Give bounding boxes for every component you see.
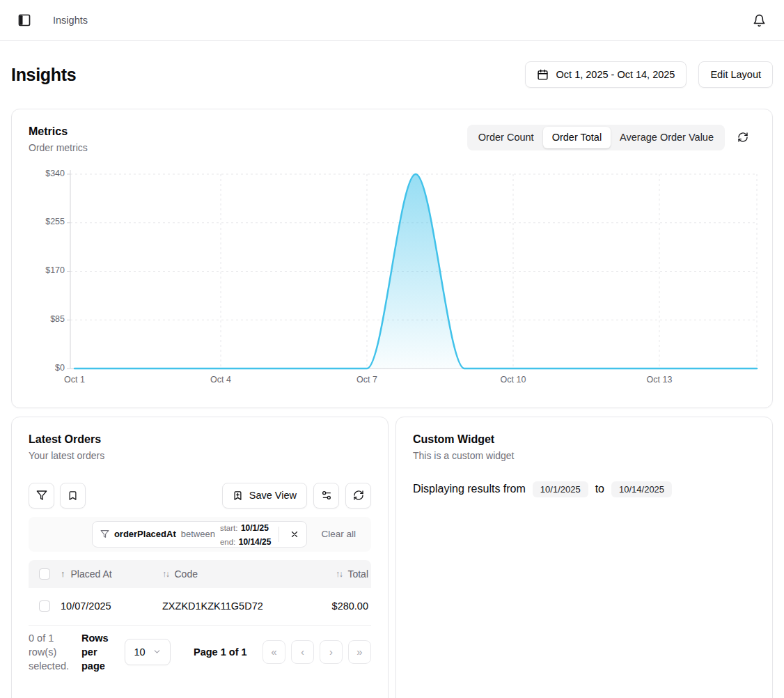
page-info: Page 1 of 1 xyxy=(194,646,247,658)
table-header-row: ↑ Placed At ↑↓ Code ↑↓ Total xyxy=(29,560,371,588)
saved-views-button[interactable] xyxy=(60,483,86,509)
row-checkbox-cell xyxy=(29,600,61,612)
select-all-checkbox[interactable] xyxy=(39,568,50,580)
refresh-icon xyxy=(737,132,748,143)
sort-icon: ↑↓ xyxy=(336,569,343,579)
filter-range-start: start: 10/1/25 xyxy=(220,520,272,534)
bookmark-icon xyxy=(68,490,78,501)
tab-average-order-value[interactable]: Average Order Value xyxy=(611,127,723,148)
metrics-card-header: Metrics Order metrics Order Count Order … xyxy=(29,125,755,154)
refresh-metrics-button[interactable] xyxy=(730,125,755,150)
y-axis-tick-label: $340 xyxy=(29,169,65,178)
page-header: Insights Oct 1, 2025 - Oct 14, 2025 Edit… xyxy=(11,53,773,97)
x-axis-tick-label: Oct 7 xyxy=(356,375,377,385)
area-fill xyxy=(75,174,757,369)
breadcrumb[interactable]: Insights xyxy=(53,15,88,26)
funnel-icon xyxy=(100,529,109,538)
column-header-placed-at[interactable]: ↑ Placed At xyxy=(61,568,162,580)
latest-orders-title: Latest Orders xyxy=(29,433,371,447)
custom-widget-title: Custom Widget xyxy=(413,433,755,447)
custom-widget-card: Custom Widget This is a custom widget Di… xyxy=(395,417,773,698)
date-range-button[interactable]: Oct 1, 2025 - Oct 14, 2025 xyxy=(525,61,687,88)
latest-orders-card: Latest Orders Your latest orders xyxy=(11,417,389,698)
orders-toolbar: Save View xyxy=(29,483,371,509)
to-word: to xyxy=(595,483,604,495)
close-icon xyxy=(290,529,299,539)
next-page-button[interactable]: › xyxy=(320,640,343,664)
column-header-code[interactable]: ↑↓ Code xyxy=(162,568,297,580)
metrics-controls: Order Count Order Total Average Order Va… xyxy=(467,125,755,150)
latest-orders-subtitle: Your latest orders xyxy=(29,449,371,462)
row-checkbox[interactable] xyxy=(39,600,50,612)
cell-total: $280.00 xyxy=(297,600,371,612)
chip-divider xyxy=(279,527,279,542)
panel-left-icon xyxy=(17,13,31,27)
save-view-label: Save View xyxy=(249,490,297,501)
sliders-icon xyxy=(321,490,332,501)
column-label: Placed At xyxy=(71,568,112,580)
filter-range-end: end: 10/14/25 xyxy=(220,534,272,548)
filter-chip-order-placed-at: orderPlacedAt between start: 10/1/25 end… xyxy=(92,521,308,548)
clear-all-filters-button[interactable]: Clear all xyxy=(311,523,366,545)
sort-ascending-icon: ↑ xyxy=(61,568,65,579)
to-date-chip: 10/14/2025 xyxy=(611,481,672,497)
sort-icon: ↑↓ xyxy=(162,569,169,579)
table-settings-button[interactable] xyxy=(313,483,339,509)
x-axis-tick-label: Oct 1 xyxy=(64,375,85,385)
page-title: Insights xyxy=(11,65,76,85)
last-page-button[interactable]: » xyxy=(348,640,371,664)
previous-page-button[interactable]: ‹ xyxy=(291,640,314,664)
sidebar-toggle-button[interactable] xyxy=(14,10,35,31)
refresh-orders-button[interactable] xyxy=(345,483,371,509)
widget-results-line: Displaying results from 10/1/2025 to 10/… xyxy=(413,481,755,497)
tab-order-total[interactable]: Order Total xyxy=(543,127,611,148)
y-axis-tick-label: $255 xyxy=(29,217,65,226)
y-axis-tick-label: $85 xyxy=(29,314,65,324)
table-footer: 0 of 1 row(s) selected. Rows per page 10… xyxy=(29,631,371,674)
metric-tabs: Order Count Order Total Average Order Va… xyxy=(467,125,725,150)
first-page-button[interactable]: « xyxy=(262,640,285,664)
page-size-value: 10 xyxy=(134,646,145,658)
header-checkbox-cell xyxy=(29,568,61,580)
from-date-chip: 10/1/2025 xyxy=(533,481,588,497)
filter-field[interactable]: orderPlacedAt xyxy=(114,529,176,539)
remove-filter-button[interactable] xyxy=(284,524,305,545)
filter-operator[interactable]: between xyxy=(181,529,215,539)
y-axis-tick-label: $0 xyxy=(29,363,65,373)
tab-order-count[interactable]: Order Count xyxy=(469,127,543,148)
table-row[interactable]: 10/07/2025 ZXZKD1KZK11G5D72 $280.00 xyxy=(29,588,371,626)
metrics-subtitle: Order metrics xyxy=(29,141,88,154)
column-label: Total xyxy=(347,568,368,580)
date-range-label: Oct 1, 2025 - Oct 14, 2025 xyxy=(556,69,675,80)
cell-placed-at: 10/07/2025 xyxy=(61,600,162,612)
bell-icon xyxy=(753,14,766,27)
orders-table: ↑ Placed At ↑↓ Code ↑↓ Total xyxy=(29,560,371,626)
edit-layout-label: Edit Layout xyxy=(710,69,761,80)
metrics-titles: Metrics Order metrics xyxy=(29,125,88,154)
pagination-controls: « ‹ › » xyxy=(262,640,371,664)
orders-toolbar-right: Save View xyxy=(222,483,371,509)
cell-code: ZXZKD1KZK11G5D72 xyxy=(162,600,297,612)
x-axis-tick-label: Oct 4 xyxy=(210,375,231,385)
selected-rows-text: 0 of 1 row(s) selected. xyxy=(29,631,73,674)
column-label: Code xyxy=(175,568,198,580)
y-axis-tick-label: $170 xyxy=(29,265,65,275)
results-text: Displaying results from xyxy=(413,483,526,495)
column-header-total[interactable]: ↑↓ Total xyxy=(297,568,371,580)
save-view-button[interactable]: Save View xyxy=(222,483,307,509)
filter-range[interactable]: start: 10/1/25 end: 10/14/25 xyxy=(220,520,274,548)
active-filters-bar: orderPlacedAt between start: 10/1/25 end… xyxy=(29,517,371,552)
custom-widget-subtitle: This is a custom widget xyxy=(413,449,755,462)
rows-per-page-label: Rows per page xyxy=(81,631,116,674)
notifications-button[interactable] xyxy=(748,9,770,31)
refresh-icon xyxy=(353,490,364,501)
topbar: Insights xyxy=(0,0,784,41)
bookmark-plus-icon xyxy=(233,490,243,501)
edit-layout-button[interactable]: Edit Layout xyxy=(698,61,773,88)
funnel-icon xyxy=(36,490,47,501)
chevron-down-icon xyxy=(152,647,162,656)
page-size-select[interactable]: 10 xyxy=(125,639,171,665)
calendar-icon xyxy=(537,69,549,81)
filter-button[interactable] xyxy=(29,483,54,509)
order-metrics-chart[interactable]: $0$85$170$255$340Oct 1Oct 4Oct 7Oct 10Oc… xyxy=(29,171,755,391)
